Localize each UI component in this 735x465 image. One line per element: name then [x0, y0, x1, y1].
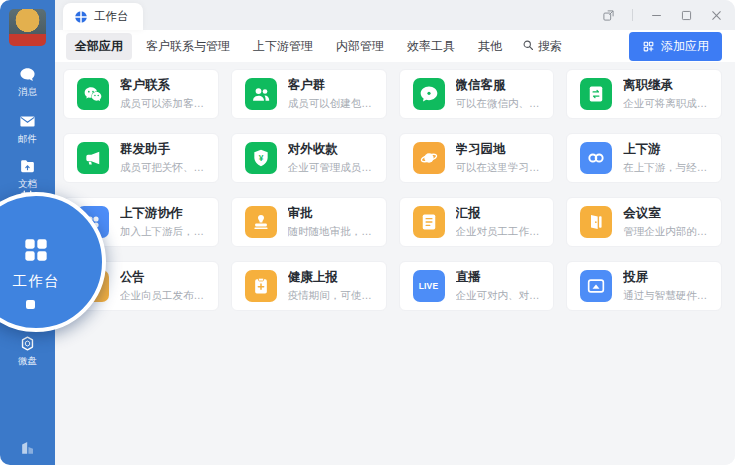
filter-tab[interactable]: 效率工具 [398, 33, 464, 60]
app-card-text: 对外收款企业可管理成员的收款... [288, 141, 378, 175]
app-description: 疫情期间，可使用健康上... [288, 289, 378, 303]
main-area: 工作台 全部应用客户联系与管理上下游管理内部管理效率工具其他 搜索 添加应用 客… [55, 0, 735, 465]
filter-tabs: 全部应用客户联系与管理上下游管理内部管理效率工具其他 [66, 33, 516, 60]
app-card-text: 公告企业向员工发布的内部重... [120, 269, 210, 303]
app-description: 通过与智慧硬件设备的连接... [623, 289, 713, 303]
app-description: 企业向员工发布的内部重... [120, 289, 210, 303]
app-card-text: 客户群成员可以创建包含微信用... [288, 77, 378, 111]
app-card-text: 客户联系成员可以添加客户的微信... [120, 77, 210, 111]
app-grid: 客户联系成员可以添加客户的微信...客户群成员可以创建包含微信用...微信客服可… [63, 69, 722, 311]
app-description: 可以在这里学习如何做好... [456, 161, 546, 175]
app-description: 成员可以添加客户的微信... [120, 97, 210, 111]
group-icon [245, 78, 277, 110]
shield-icon: ¥ [245, 142, 277, 174]
app-title: 投屏 [623, 269, 713, 286]
app-title: 学习园地 [456, 141, 546, 158]
workbench-grid-icon [20, 234, 52, 266]
clipboard-icon [245, 270, 277, 302]
chatdot-icon [413, 78, 445, 110]
live-icon-text: LIVE [419, 281, 439, 291]
app-card[interactable]: 会议室管理企业内部的会议室... [566, 197, 722, 247]
stamp-icon [245, 206, 277, 238]
search-icon [522, 37, 534, 55]
sidebar-item-docs[interactable]: 文档 [0, 158, 55, 191]
app-title: 离职继承 [623, 77, 713, 94]
app-title: 上下游 [623, 141, 713, 158]
close-button[interactable] [710, 9, 723, 22]
app-description: 随时随地审批，可自定义... [288, 225, 378, 239]
wechat-icon [77, 78, 109, 110]
grid-plus-icon [642, 40, 655, 53]
minimize-button[interactable] [650, 9, 663, 22]
link-icon [580, 142, 612, 174]
app-card[interactable]: 客户群成员可以创建包含微信用... [231, 69, 387, 119]
app-card-text: 直播企业可对内、对外实时分... [456, 269, 546, 303]
app-card[interactable]: 上下游在上下游，与经销商、供... [566, 133, 722, 183]
live-icon: LIVE [413, 270, 445, 302]
app-title: 群发助手 [120, 141, 210, 158]
sidebar-item-drive[interactable]: 微盘 [0, 335, 55, 368]
tab-label: 工作台 [94, 9, 129, 24]
app-card[interactable]: 客户联系成员可以添加客户的微信... [63, 69, 219, 119]
app-title: 公告 [120, 269, 210, 286]
docs-icon [19, 158, 36, 175]
svg-text:¥: ¥ [258, 153, 263, 163]
app-description: 在上下游，与经销商、供... [623, 161, 713, 175]
filter-tab[interactable]: 内部管理 [327, 33, 393, 60]
app-card[interactable]: 微信客服可以在微信内、外各个场... [399, 69, 555, 119]
megaphone-icon [77, 142, 109, 174]
planet-icon [413, 142, 445, 174]
filter-tab[interactable]: 上下游管理 [244, 33, 322, 60]
app-card-text: 汇报企业对员工工作内容及过... [456, 205, 546, 239]
drive-icon [19, 335, 36, 352]
app-card[interactable]: 审批随时随地审批，可自定义... [231, 197, 387, 247]
app-title: 汇报 [456, 205, 546, 222]
popout-button[interactable] [602, 9, 615, 22]
app-description: 加入上下游后，你可以便... [120, 225, 210, 239]
filter-tab[interactable]: 全部应用 [66, 33, 132, 60]
wecom-window: 消息邮件文档日程微盘 工作台 工作台 全部应用客户联系与管理上下游管理内部管理效… [0, 0, 735, 465]
tab-workbench[interactable]: 工作台 [63, 3, 143, 30]
app-title: 上下游协作 [120, 205, 210, 222]
app-card-text: 微信客服可以在微信内、外各个场... [456, 77, 546, 111]
search-button[interactable]: 搜索 [522, 37, 562, 55]
app-card[interactable]: 离职继承企业可将离职成员的客户... [566, 69, 722, 119]
app-description: 企业可将离职成员的客户... [623, 97, 713, 111]
app-card[interactable]: 学习园地可以在这里学习如何做好... [399, 133, 555, 183]
add-app-label: 添加应用 [661, 38, 709, 55]
app-card-text: 健康上报疫情期间，可使用健康上... [288, 269, 378, 303]
maximize-button[interactable] [680, 9, 693, 22]
app-title: 客户联系 [120, 77, 210, 94]
app-description: 成员可把关怀、活动等消... [120, 161, 210, 175]
app-title: 客户群 [288, 77, 378, 94]
workbench-label: 工作台 [13, 272, 60, 291]
controls-separator [632, 9, 633, 21]
app-title: 对外收款 [288, 141, 378, 158]
app-description: 企业可管理成员的收款... [288, 161, 378, 175]
app-card[interactable]: 投屏通过与智慧硬件设备的连接... [566, 261, 722, 311]
filter-tab[interactable]: 客户联系与管理 [137, 33, 239, 60]
sidebar-item-mail[interactable]: 邮件 [0, 113, 55, 146]
sidebar: 消息邮件文档日程微盘 工作台 [0, 0, 55, 465]
app-card[interactable]: 汇报企业对员工工作内容及过... [399, 197, 555, 247]
sidebar-item-label: 消息 [18, 86, 37, 99]
app-card-text: 审批随时随地审批，可自定义... [288, 205, 378, 239]
app-card-text: 投屏通过与智慧硬件设备的连接... [623, 269, 713, 303]
app-description: 成员可以创建包含微信用... [288, 97, 378, 111]
window-controls [602, 0, 723, 30]
app-card[interactable]: 健康上报疫情期间，可使用健康上... [231, 261, 387, 311]
app-card-text: 离职继承企业可将离职成员的客户... [623, 77, 713, 111]
add-app-button[interactable]: 添加应用 [629, 32, 722, 61]
sidebar-item-chat[interactable]: 消息 [0, 66, 55, 99]
app-title: 会议室 [623, 205, 713, 222]
chat-icon [19, 66, 36, 83]
app-description: 管理企业内部的会议室... [623, 225, 713, 239]
app-card-text: 群发助手成员可把关怀、活动等消... [120, 141, 210, 175]
app-card[interactable]: LIVE直播企业可对内、对外实时分... [399, 261, 555, 311]
sidebar-item-label: 邮件 [18, 133, 37, 146]
app-card[interactable]: ¥对外收款企业可管理成员的收款... [231, 133, 387, 183]
app-card[interactable]: 群发助手成员可把关怀、活动等消... [63, 133, 219, 183]
filter-tab[interactable]: 其他 [469, 33, 511, 60]
transfer-icon [580, 78, 612, 110]
workbench-tab-icon [74, 10, 88, 24]
